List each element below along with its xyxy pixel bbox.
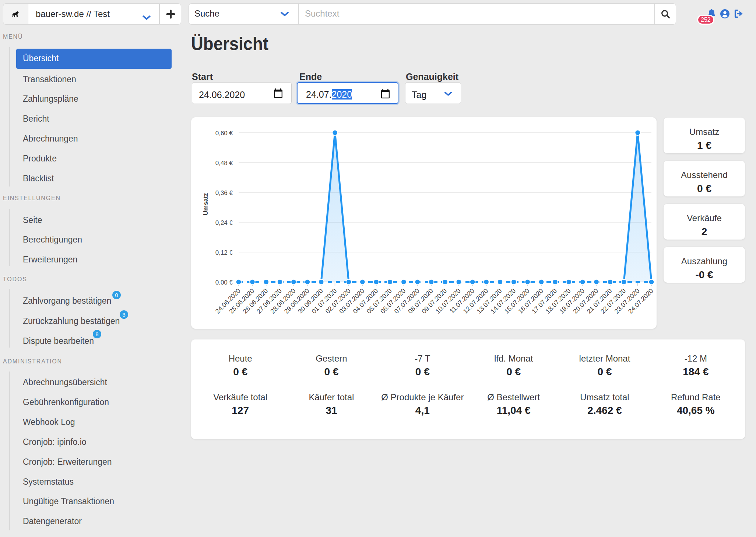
svg-text:0,12 €: 0,12 € <box>215 249 233 256</box>
svg-text:0,36 €: 0,36 € <box>215 189 233 196</box>
svg-text:0,60 €: 0,60 € <box>215 130 233 137</box>
svg-text:0,00 €: 0,00 € <box>215 279 233 286</box>
svg-text:0,24 €: 0,24 € <box>215 219 233 226</box>
svg-text:Umsatz: Umsatz <box>202 193 209 215</box>
svg-text:0,48 €: 0,48 € <box>215 160 233 167</box>
